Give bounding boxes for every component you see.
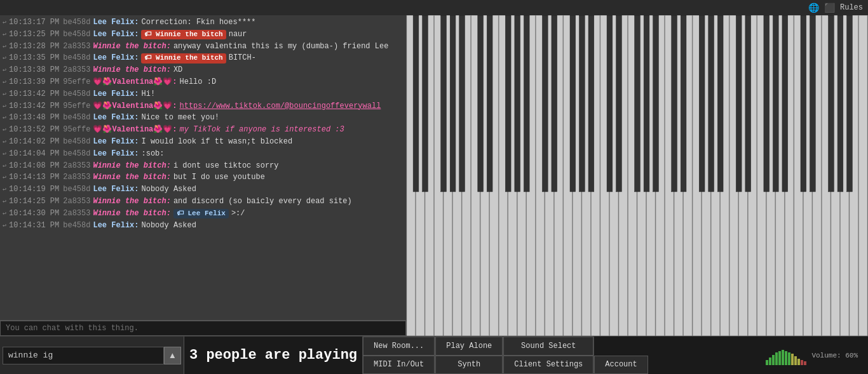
message-username[interactable]: Lee Felix: bbox=[93, 112, 139, 123]
message-username[interactable]: 💗🌺Valentina🌺💗: bbox=[93, 101, 177, 112]
chat-message-row: ↩10:13:25 PMbe458dLee Felix:🏷 Winnie the… bbox=[3, 29, 403, 41]
message-user-id: be458d bbox=[63, 137, 90, 147]
chat-input[interactable] bbox=[0, 321, 406, 336]
reply-icon[interactable]: ↩ bbox=[3, 197, 6, 206]
message-time: 10:13:35 PM bbox=[9, 53, 59, 63]
message-time: 10:14:30 PM bbox=[9, 208, 59, 219]
message-username[interactable]: Winnie the bitch: bbox=[93, 41, 170, 52]
message-user-id: be458d bbox=[63, 29, 90, 40]
reply-icon[interactable]: ↩ bbox=[3, 173, 6, 182]
reply-icon[interactable]: ↩ bbox=[3, 43, 6, 51]
message-tag[interactable]: 🏷 Winnie the bitch bbox=[141, 30, 226, 39]
sound-select-button[interactable]: Sound Select bbox=[503, 337, 593, 356]
message-username[interactable]: Lee Felix: bbox=[93, 53, 139, 63]
new-room-button[interactable]: New Room... bbox=[363, 337, 435, 356]
toolbar-buttons-group2: Play Alone Synth bbox=[435, 337, 503, 374]
message-text: BITCH- bbox=[229, 53, 256, 63]
svg-rect-61 bbox=[552, 15, 557, 192]
message-text: :sob: bbox=[141, 149, 164, 159]
message-time: 10:13:38 PM bbox=[9, 65, 59, 76]
message-user-id: 95effe bbox=[63, 77, 90, 88]
volume-bar-segment bbox=[791, 354, 794, 365]
message-text: anyway valentina this is my (dumba-) fri… bbox=[173, 41, 388, 52]
reply-icon[interactable]: ↩ bbox=[3, 150, 6, 159]
message-username[interactable]: Winnie the bitch: bbox=[93, 65, 170, 76]
chat-input-row bbox=[0, 320, 406, 336]
synth-button[interactable]: Synth bbox=[435, 356, 503, 375]
message-user-id: be458d bbox=[63, 184, 90, 195]
message-time: 10:14:31 PM bbox=[9, 220, 59, 231]
chat-message-row: ↩10:14:25 PM2a8353Winnie the bitch:and d… bbox=[3, 196, 403, 208]
rules-button[interactable]: Rules bbox=[840, 3, 863, 12]
svg-rect-56 bbox=[487, 15, 492, 192]
client-settings-button[interactable]: Client Settings bbox=[503, 356, 593, 375]
message-username[interactable]: Winnie the bitch: bbox=[93, 161, 170, 171]
svg-rect-75 bbox=[736, 15, 742, 192]
message-username[interactable]: 💗🌺Valentina🌺💗: bbox=[93, 124, 177, 135]
message-username[interactable]: Winnie the bitch: bbox=[93, 196, 170, 207]
message-user-id: 2a8353 bbox=[63, 41, 90, 52]
message-username[interactable]: Lee Felix: bbox=[93, 149, 139, 159]
message-time: 10:14:13 PM bbox=[9, 172, 59, 183]
reply-icon[interactable]: ↩ bbox=[3, 54, 6, 63]
message-time: 10:13:48 PM bbox=[9, 112, 59, 123]
message-username[interactable]: Lee Felix: bbox=[93, 89, 139, 100]
piano-panel[interactable] bbox=[407, 15, 868, 336]
volume-bar-segment bbox=[772, 355, 775, 365]
toolbar-buttons-group1: New Room... MIDI In/Out bbox=[362, 337, 435, 374]
reply-icon[interactable]: ↩ bbox=[3, 162, 6, 171]
message-username[interactable]: Lee Felix: bbox=[93, 137, 139, 147]
message-text: Correction: Fkin hoes**** bbox=[141, 17, 255, 28]
message-user-id: be458d bbox=[63, 112, 90, 123]
message-tag[interactable]: 🏷 Lee Felix bbox=[173, 209, 229, 218]
chevron-up-icon: ▲ bbox=[168, 351, 177, 360]
message-username[interactable]: Lee Felix: bbox=[93, 29, 139, 40]
reply-icon[interactable]: ↩ bbox=[3, 102, 6, 111]
room-dropdown-button[interactable]: ▲ bbox=[164, 347, 181, 364]
message-username[interactable]: Lee Felix: bbox=[93, 220, 139, 231]
globe-icon[interactable]: 🌐 bbox=[808, 3, 819, 13]
svg-rect-54 bbox=[459, 15, 465, 192]
svg-rect-59 bbox=[524, 15, 529, 192]
midi-button[interactable]: MIDI In/Out bbox=[363, 356, 435, 375]
volume-bar-segment bbox=[788, 352, 790, 365]
reply-icon[interactable]: ↩ bbox=[3, 210, 6, 218]
svg-rect-64 bbox=[588, 15, 594, 192]
svg-rect-79 bbox=[782, 15, 788, 192]
reply-icon[interactable]: ↩ bbox=[3, 66, 6, 75]
message-user-id: be458d bbox=[63, 220, 90, 231]
svg-rect-65 bbox=[607, 15, 613, 192]
message-time: 10:14:25 PM bbox=[9, 196, 59, 207]
svg-rect-72 bbox=[699, 15, 705, 192]
account-button[interactable]: Account bbox=[594, 356, 648, 375]
chat-message-row: ↩10:13:42 PM95effe💗🌺Valentina🌺💗:https://… bbox=[3, 100, 403, 112]
room-input[interactable] bbox=[3, 347, 164, 364]
chat-message-row: ↩10:14:13 PM2a8353Winnie the bitch:but I… bbox=[3, 171, 403, 184]
message-tag[interactable]: 🏷 Winnie the bitch bbox=[141, 53, 226, 63]
message-user-id: 2a8353 bbox=[63, 208, 90, 219]
room-selector: ▲ bbox=[0, 337, 184, 374]
message-link[interactable]: https://www.tiktok.com/@bouncingoffevery… bbox=[179, 101, 381, 112]
reply-icon[interactable]: ↩ bbox=[3, 126, 6, 135]
message-username[interactable]: 💗🌺Valentina🌺💗: bbox=[93, 77, 177, 88]
reply-icon[interactable]: ↩ bbox=[3, 18, 6, 27]
reply-icon[interactable]: ↩ bbox=[3, 78, 6, 87]
message-username[interactable]: Lee Felix: bbox=[93, 184, 139, 195]
svg-rect-73 bbox=[709, 15, 714, 192]
reply-icon[interactable]: ↩ bbox=[3, 114, 6, 123]
reply-icon[interactable]: ↩ bbox=[3, 30, 6, 39]
reply-icon[interactable]: ↩ bbox=[3, 222, 6, 230]
message-username[interactable]: Winnie the bitch: bbox=[93, 172, 170, 183]
play-alone-button[interactable]: Play Alone bbox=[435, 337, 503, 356]
window-icon[interactable]: ⬛ bbox=[824, 3, 835, 13]
message-time: 10:13:17 PM bbox=[9, 17, 59, 28]
reply-icon[interactable]: ↩ bbox=[3, 185, 6, 194]
message-username[interactable]: Winnie the bitch: bbox=[93, 208, 170, 219]
message-text: >:/ bbox=[231, 208, 245, 219]
message-username[interactable]: Lee Felix: bbox=[93, 17, 139, 28]
reply-icon[interactable]: ↩ bbox=[3, 90, 6, 99]
piano-keys-svg[interactable] bbox=[407, 15, 868, 336]
reply-icon[interactable]: ↩ bbox=[3, 138, 6, 147]
message-text: Nobody Asked bbox=[141, 220, 196, 231]
svg-rect-83 bbox=[837, 15, 843, 192]
